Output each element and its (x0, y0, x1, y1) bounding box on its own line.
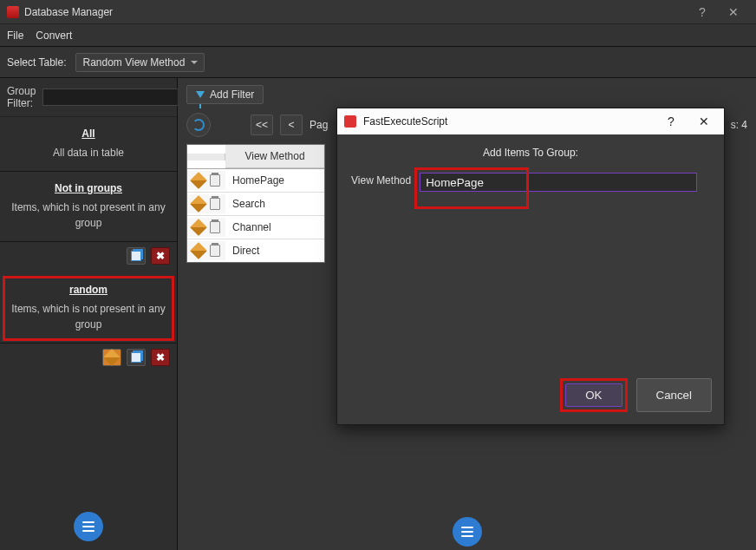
copy-icon (131, 352, 141, 363)
delete-icon: ✖ (156, 250, 165, 262)
group-not-title: Not in groups (7, 182, 170, 194)
delete-icon: ✖ (156, 351, 165, 363)
group-random[interactable]: random Items, which is not present in an… (0, 273, 177, 344)
menubar: File Convert (0, 24, 756, 47)
sidebar-list-button[interactable] (74, 512, 103, 541)
page-label: Pag (310, 119, 328, 131)
pencil-icon (103, 349, 121, 366)
group-all-title: All (7, 128, 170, 140)
data-table: View Method HomePage Search Channel Dire… (186, 144, 325, 263)
cell: Direct (225, 239, 324, 262)
table-row[interactable]: Channel (187, 216, 324, 239)
menu-file[interactable]: File (7, 29, 23, 42)
group-filter-input[interactable] (42, 88, 198, 106)
list-icon (461, 527, 473, 537)
edit-group-button[interactable] (102, 349, 121, 366)
add-filter-button[interactable]: Add Filter (186, 85, 264, 104)
add-filter-label: Add Filter (210, 88, 254, 101)
pencil-icon[interactable] (190, 172, 207, 189)
table-row[interactable]: HomePage (187, 169, 324, 193)
select-bar: Select Table: Random View Method (0, 47, 756, 78)
dialog-help-button[interactable]: ? (658, 115, 684, 128)
copy-group-button[interactable] (127, 247, 146, 265)
cell: Channel (225, 216, 324, 239)
delete-group-button[interactable]: ✖ (151, 247, 170, 265)
first-page-button[interactable]: << (251, 115, 273, 135)
items-count: s: 4 (731, 119, 747, 131)
table-dropdown[interactable]: Random View Method (75, 53, 205, 72)
group-all[interactable]: All All data in table (0, 117, 177, 172)
prev-page-button[interactable]: < (280, 115, 303, 135)
field-label-view-method: View Method (351, 173, 411, 187)
group-random-actions: ✖ (0, 344, 177, 375)
select-table-label: Select Table: (7, 56, 67, 69)
table-row[interactable]: Direct (187, 239, 324, 262)
help-button[interactable]: ? (687, 5, 718, 19)
window-title: Database Manager (24, 6, 113, 18)
group-filter-label: Group Filter: (7, 85, 36, 109)
copy-group-button-2[interactable] (127, 349, 146, 366)
pencil-icon[interactable] (190, 195, 207, 213)
group-random-title: random (7, 284, 170, 296)
copy-icon (131, 251, 141, 261)
cell: Search (225, 193, 324, 215)
delete-group-button-2[interactable]: ✖ (151, 349, 170, 366)
sidebar: Group Filter: All All data in table Not … (0, 78, 178, 550)
trash-icon[interactable] (210, 198, 220, 210)
list-icon (82, 521, 94, 532)
funnel-icon (196, 91, 205, 98)
app-icon (7, 6, 19, 18)
trash-icon[interactable] (210, 174, 220, 187)
view-method-input[interactable] (420, 173, 697, 192)
table-header[interactable]: View Method (225, 145, 324, 168)
main-list-button[interactable] (453, 517, 482, 547)
table-dropdown-value: Random View Method (83, 56, 186, 69)
group-not-actions: ✖ (0, 242, 177, 273)
ok-highlight: OK (560, 378, 627, 412)
table-row[interactable]: Search (187, 193, 324, 216)
pencil-icon[interactable] (190, 219, 207, 236)
dialog-titlebar: FastExecuteScript ? ✕ (337, 108, 724, 134)
group-not-desc: Items, which is not present in any group (7, 200, 170, 231)
dialog-heading: Add Items To Group: (351, 147, 710, 159)
dialog-close-button[interactable]: ✕ (691, 115, 717, 128)
add-items-dialog: FastExecuteScript ? ✕ Add Items To Group… (336, 108, 725, 425)
menu-convert[interactable]: Convert (36, 29, 72, 42)
pencil-icon[interactable] (190, 242, 207, 259)
group-random-desc: Items, which is not present in any group (7, 301, 170, 332)
titlebar: Database Manager ? ✕ (0, 0, 756, 24)
refresh-button[interactable] (186, 113, 211, 137)
cell: HomePage (225, 169, 324, 192)
group-not-in-groups[interactable]: Not in groups Items, which is not presen… (0, 172, 177, 242)
close-button[interactable]: ✕ (718, 5, 749, 19)
group-all-desc: All data in table (7, 145, 170, 160)
refresh-icon (192, 119, 205, 131)
trash-icon[interactable] (210, 221, 220, 233)
ok-button[interactable]: OK (565, 383, 622, 407)
trash-icon[interactable] (210, 245, 220, 257)
cancel-button[interactable]: Cancel (636, 378, 713, 412)
dialog-title: FastExecuteScript (363, 115, 447, 128)
dialog-app-icon (344, 115, 356, 128)
